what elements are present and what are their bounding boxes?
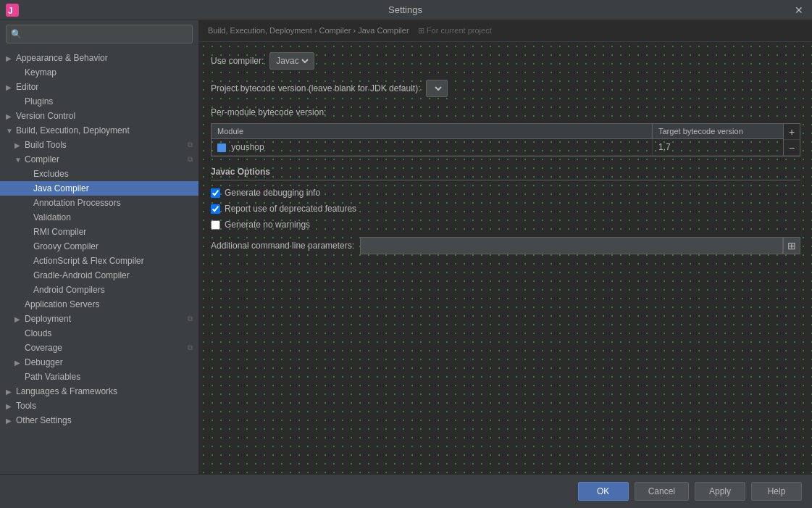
compiler-select[interactable]: Javac: [273, 55, 311, 67]
sidebar-label-clouds: Clouds: [25, 328, 51, 338]
sidebar-label-editor: Editor: [16, 82, 38, 92]
sidebar-item-rmi-compiler[interactable]: RMI Compiler: [0, 225, 198, 239]
bytecode-version-row: Project bytecode version (leave blank fo…: [211, 80, 800, 97]
copy-icon-deployment: ⧉: [188, 315, 193, 323]
copy-icon-compiler: ⧉: [188, 155, 193, 164]
sidebar-label-keymap: Keymap: [25, 67, 56, 78]
apply-button[interactable]: Apply: [695, 482, 745, 501]
cmd-input[interactable]: [360, 237, 783, 254]
breadcrumb: Build, Execution, Deployment › Compiler …: [199, 20, 812, 42]
tree-arrow-compiler: ▼: [14, 156, 22, 164]
sidebar-item-build-execution[interactable]: ▼Build, Execution, Deployment: [0, 123, 198, 138]
sidebar-item-annotation-processors[interactable]: Annotation Processors: [0, 196, 198, 210]
sidebar-item-debugger[interactable]: ▶Debugger: [0, 355, 198, 370]
cmd-expand-button[interactable]: ⊞: [783, 237, 800, 254]
sidebar-item-validation[interactable]: Validation: [0, 210, 198, 225]
sidebar-item-excludes[interactable]: Excludes: [0, 167, 198, 181]
tree-arrow-tools: ▶: [6, 402, 13, 410]
sidebar-label-version-control: Version Control: [16, 111, 75, 121]
target-version-cell: 1.7: [653, 139, 783, 155]
sidebar-item-tools[interactable]: ▶Tools: [0, 399, 198, 413]
sidebar-item-coverage[interactable]: Coverage⧉: [0, 341, 198, 355]
table-header: Module Target bytecode version: [212, 124, 783, 139]
deprecated-label: Report use of deprecated features: [225, 204, 356, 214]
sidebar-item-plugins[interactable]: Plugins: [0, 94, 198, 109]
sidebar-label-annotation-processors: Annotation Processors: [33, 198, 121, 208]
sidebar-label-deployment: Deployment: [25, 314, 71, 324]
help-button[interactable]: Help: [751, 482, 802, 501]
sidebar-label-languages-frameworks: Languages & Frameworks: [16, 386, 117, 396]
sidebar-item-keymap[interactable]: Keymap: [0, 65, 198, 80]
tree-arrow-editor: ▶: [6, 83, 13, 91]
sidebar: 🔍 ▶Appearance & BehaviorKeymap▶EditorPlu…: [0, 20, 199, 474]
svg-text:J: J: [8, 6, 13, 16]
breadcrumb-suffix: ⊞ For current project: [418, 26, 492, 35]
tree-arrow-other-settings: ▶: [6, 417, 13, 425]
bytecode-table: Module Target bytecode version youshop 1…: [211, 123, 800, 157]
table-actions: + −: [783, 124, 800, 156]
bytecode-version-label: Project bytecode version (leave blank fo…: [211, 83, 420, 93]
title-bar: J Settings ✕: [0, 0, 812, 20]
sidebar-label-application-servers: Application Servers: [25, 299, 99, 309]
tree-arrow-deployment: ▶: [14, 315, 22, 323]
cmd-row: Additional command line parameters: ⊞: [211, 237, 800, 254]
sidebar-item-android-compilers[interactable]: Android Compilers: [0, 283, 198, 297]
sidebar-item-deployment[interactable]: ▶Deployment⧉: [0, 312, 198, 326]
sidebar-tree: ▶Appearance & BehaviorKeymap▶EditorPlugi…: [0, 48, 198, 474]
sidebar-label-tools: Tools: [16, 401, 36, 411]
col-module: Module: [212, 124, 653, 138]
sidebar-item-path-variables[interactable]: Path Variables: [0, 370, 198, 384]
sidebar-item-application-servers[interactable]: Application Servers: [0, 297, 198, 312]
sidebar-item-version-control[interactable]: ▶Version Control: [0, 109, 198, 123]
breadcrumb-path: Build, Execution, Deployment › Compiler …: [208, 26, 409, 35]
sidebar-item-groovy-compiler[interactable]: Groovy Compiler: [0, 239, 198, 254]
sidebar-label-groovy-compiler: Groovy Compiler: [33, 241, 99, 251]
sidebar-label-android-compilers: Android Compilers: [33, 285, 105, 295]
sidebar-item-editor[interactable]: ▶Editor: [0, 80, 198, 94]
search-box[interactable]: 🔍: [6, 25, 193, 43]
sidebar-item-build-tools[interactable]: ▶Build Tools⧉: [0, 138, 198, 152]
remove-row-button[interactable]: −: [784, 140, 800, 156]
sidebar-item-actionscript-compiler[interactable]: ActionScript & Flex Compiler: [0, 254, 198, 268]
table-row: youshop 1.7: [212, 139, 783, 156]
close-button[interactable]: ✕: [792, 4, 806, 16]
sidebar-item-other-settings[interactable]: ▶Other Settings: [0, 413, 198, 428]
sidebar-label-validation: Validation: [33, 212, 71, 222]
bytecode-version-select-wrapper[interactable]: [426, 80, 448, 97]
debug-info-checkbox[interactable]: [211, 188, 220, 198]
table-inner: Module Target bytecode version youshop 1…: [212, 124, 783, 156]
compiler-select-wrapper[interactable]: Javac: [269, 52, 314, 70]
sidebar-label-path-variables: Path Variables: [25, 372, 80, 382]
ok-button[interactable]: OK: [578, 482, 629, 501]
tree-arrow-build-execution: ▼: [6, 127, 13, 135]
main-content: 🔍 ▶Appearance & BehaviorKeymap▶EditorPlu…: [0, 20, 812, 474]
javac-options-section: Javac Options Generate debugging info Re…: [211, 167, 800, 254]
cmd-label: Additional command line parameters:: [211, 241, 354, 251]
sidebar-label-coverage: Coverage: [25, 343, 62, 353]
sidebar-label-build-execution: Build, Execution, Deployment: [16, 125, 130, 136]
sidebar-item-appearance[interactable]: ▶Appearance & Behavior: [0, 51, 198, 65]
checkbox-no-warnings: Generate no warnings: [211, 220, 800, 230]
tree-arrow-languages-frameworks: ▶: [6, 388, 13, 396]
sidebar-label-plugins: Plugins: [25, 96, 53, 107]
sidebar-label-rmi-compiler: RMI Compiler: [33, 227, 86, 237]
sidebar-item-clouds[interactable]: Clouds: [0, 326, 198, 341]
bytecode-version-select[interactable]: [430, 83, 444, 94]
sidebar-label-excludes: Excludes: [33, 169, 69, 179]
sidebar-item-languages-frameworks[interactable]: ▶Languages & Frameworks: [0, 384, 198, 399]
col-target-version: Target bytecode version: [653, 124, 783, 138]
sidebar-item-compiler[interactable]: ▼Compiler⧉: [0, 152, 198, 167]
sidebar-item-java-compiler[interactable]: Java Compiler: [0, 181, 198, 196]
add-row-button[interactable]: +: [784, 124, 800, 140]
window-title: Settings: [19, 4, 792, 15]
sidebar-item-gradle-android-compiler[interactable]: Gradle-Android Compiler: [0, 268, 198, 283]
search-input[interactable]: [25, 29, 188, 39]
cancel-button[interactable]: Cancel: [635, 482, 689, 501]
sidebar-label-build-tools: Build Tools: [25, 140, 67, 150]
bottom-bar: OK Cancel Apply Help: [0, 474, 812, 508]
deprecated-checkbox[interactable]: [211, 204, 220, 214]
sidebar-label-compiler: Compiler: [25, 154, 59, 165]
checkbox-debug-info: Generate debugging info: [211, 188, 800, 198]
per-module-section: Per-module bytecode version: Module Targ…: [211, 107, 800, 157]
no-warnings-checkbox[interactable]: [211, 220, 220, 230]
